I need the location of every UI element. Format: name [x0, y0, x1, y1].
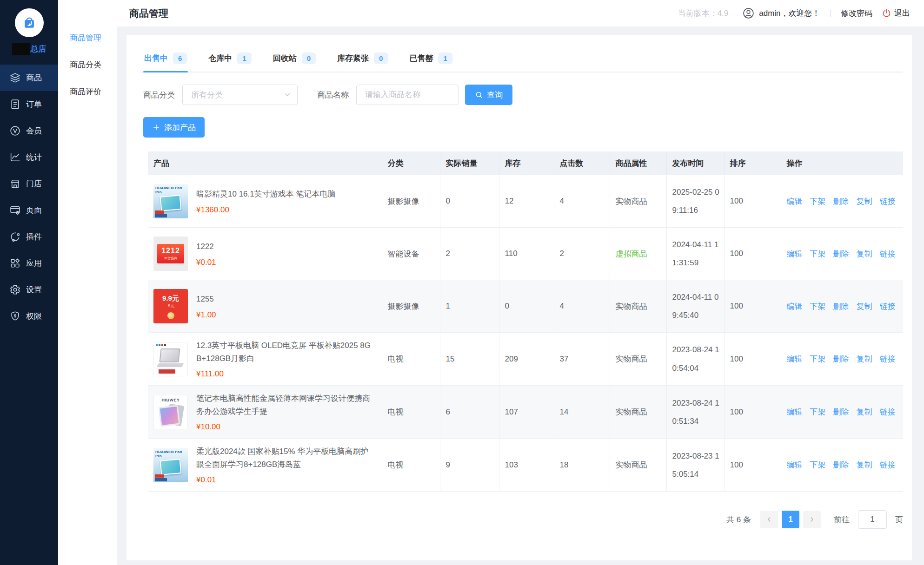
change-password-link[interactable]: 修改密码: [841, 8, 872, 19]
action-delete[interactable]: 删除: [833, 250, 849, 258]
action-off-shelf[interactable]: 下架: [810, 460, 826, 469]
action-off-shelf[interactable]: 下架: [810, 302, 826, 311]
action-link[interactable]: 链接: [880, 197, 896, 206]
sidebar-item-pages[interactable]: 页面: [0, 197, 58, 223]
next-page-button[interactable]: [803, 511, 821, 528]
sidebar-item-members[interactable]: 会员: [0, 118, 58, 144]
product-attribute: 实物商品: [610, 280, 666, 333]
submenu-item-goods-reviews[interactable]: 商品评价: [58, 78, 117, 105]
search-button[interactable]: 查询: [465, 85, 512, 105]
action-delete[interactable]: 删除: [833, 407, 849, 416]
col-attribute: 商品属性: [610, 151, 666, 175]
action-copy[interactable]: 复制: [857, 250, 872, 258]
action-copy[interactable]: 复制: [857, 302, 872, 311]
sidebar-item-stores[interactable]: 门店: [0, 171, 58, 197]
product-price: ¥1360.00: [196, 205, 376, 215]
sidebar-item-goods[interactable]: 商品: [0, 65, 58, 91]
action-off-shelf[interactable]: 下架: [810, 355, 826, 363]
user-avatar-icon: [742, 7, 755, 20]
tab-recycle-bin[interactable]: 回收站0: [272, 49, 317, 72]
store-icon: [9, 178, 21, 190]
action-off-shelf[interactable]: 下架: [810, 407, 826, 416]
action-copy[interactable]: 复制: [857, 460, 872, 469]
action-off-shelf[interactable]: 下架: [810, 250, 826, 258]
user-menu[interactable]: admin，欢迎您！: [742, 7, 820, 20]
action-delete[interactable]: 删除: [833, 460, 849, 469]
sidebar-item-label: 门店: [26, 178, 42, 189]
action-link[interactable]: 链接: [880, 460, 896, 469]
tab-low-stock[interactable]: 库存紧张0: [336, 49, 389, 72]
tab-on-sale[interactable]: 出售中6: [143, 49, 188, 72]
product-name-input[interactable]: [356, 85, 459, 105]
member-icon: [9, 125, 21, 137]
product-stock: 107: [499, 386, 554, 439]
action-link[interactable]: 链接: [880, 302, 896, 311]
action-off-shelf[interactable]: 下架: [810, 197, 826, 206]
action-link[interactable]: 链接: [880, 407, 896, 416]
prev-page-button[interactable]: [760, 511, 778, 528]
product-table-wrap: 产品分类实际销量库存点击数商品属性发布时间排序操作 HUAIWEN Pad Pr…: [140, 151, 903, 492]
action-link[interactable]: 链接: [880, 355, 896, 363]
product-attribute: 实物商品: [610, 175, 666, 228]
plus-icon: [152, 123, 160, 131]
action-delete[interactable]: 删除: [833, 302, 849, 311]
product-clicks: 2: [554, 228, 610, 280]
product-sort: 100: [724, 439, 781, 492]
sidebar-item-statistics[interactable]: 统计: [0, 144, 58, 171]
tab-sold-out[interactable]: 已售罄1: [408, 49, 453, 72]
logout-button[interactable]: 退出: [882, 8, 910, 19]
sidebar-item-label: 会员: [26, 125, 42, 136]
tab-label: 已售罄: [409, 53, 433, 64]
action-copy[interactable]: 复制: [857, 407, 872, 416]
order-icon: [9, 99, 21, 110]
product-published-time: 2023-08-24 10:51:34: [666, 386, 724, 439]
submenu-item-goods-categories[interactable]: 商品分类: [58, 51, 117, 78]
action-delete[interactable]: 删除: [833, 197, 849, 206]
category-select[interactable]: 所有分类: [182, 85, 298, 105]
add-product-button[interactable]: 添加产品: [143, 117, 205, 138]
tab-count-badge: 1: [438, 53, 452, 64]
product-title: 柔光版2024款 国家补贴15% 华为平板电脑高刷护眼全面屏学习8+128GB海…: [196, 445, 375, 471]
tab-in-warehouse[interactable]: 仓库中1: [207, 49, 252, 72]
product-image: HIUWEY: [153, 395, 188, 429]
sidebar-item-apps[interactable]: 应用: [0, 250, 58, 276]
product-stock: 103: [499, 439, 554, 492]
sidebar-item-orders[interactable]: 订单: [0, 91, 58, 118]
tab-count-badge: 1: [237, 53, 251, 64]
product-title: 1255: [196, 293, 375, 306]
product-category: 智能设备: [382, 228, 440, 280]
page-number-button[interactable]: 1: [782, 511, 799, 528]
action-edit[interactable]: 编辑: [787, 197, 803, 206]
product-cell: HUAIWEN Pad Pro 柔光版2024款 国家补贴15% 华为平板电脑高…: [148, 439, 382, 492]
action-edit[interactable]: 编辑: [787, 250, 803, 258]
action-delete[interactable]: 删除: [833, 355, 849, 363]
goto-page-input[interactable]: [858, 510, 887, 529]
sidebar-item-settings[interactable]: 设置: [0, 276, 58, 303]
sidebar-item-label: 页面: [26, 205, 42, 216]
product-cell: 9.9元.5元 1255 ¥1.00: [148, 280, 382, 333]
submenu-item-goods-management[interactable]: 商品管理: [58, 24, 117, 51]
category-filter-label: 商品分类: [143, 90, 175, 100]
product-category: 电视: [382, 333, 440, 386]
action-copy[interactable]: 复制: [857, 197, 872, 206]
product-sort: 100: [724, 333, 781, 386]
topbar-divider: |: [830, 9, 831, 18]
action-edit[interactable]: 编辑: [787, 407, 803, 416]
goto-label: 前往: [834, 514, 850, 525]
goods-icon: [9, 72, 21, 84]
sidebar-item-plugins[interactable]: 插件: [0, 223, 58, 250]
action-edit[interactable]: 编辑: [787, 460, 803, 469]
product-sort: 100: [724, 280, 781, 333]
search-icon: [475, 91, 483, 99]
action-edit[interactable]: 编辑: [787, 355, 803, 363]
settings-icon: [9, 284, 21, 296]
action-edit[interactable]: 编辑: [787, 302, 803, 311]
product-title: 1222: [196, 240, 375, 253]
sidebar-item-label: 插件: [26, 231, 42, 242]
sidebar-item-permissions[interactable]: 权限: [0, 303, 58, 329]
action-copy[interactable]: 复制: [857, 355, 872, 363]
product-clicks: 37: [554, 333, 610, 386]
table-row: 12.3英寸平板电脑 OLED电竞屏 平板补贴2025 8GB+128GB月影白…: [148, 333, 903, 386]
action-link[interactable]: 链接: [880, 250, 896, 258]
product-operations: 编辑下架删除复制链接: [781, 439, 903, 492]
